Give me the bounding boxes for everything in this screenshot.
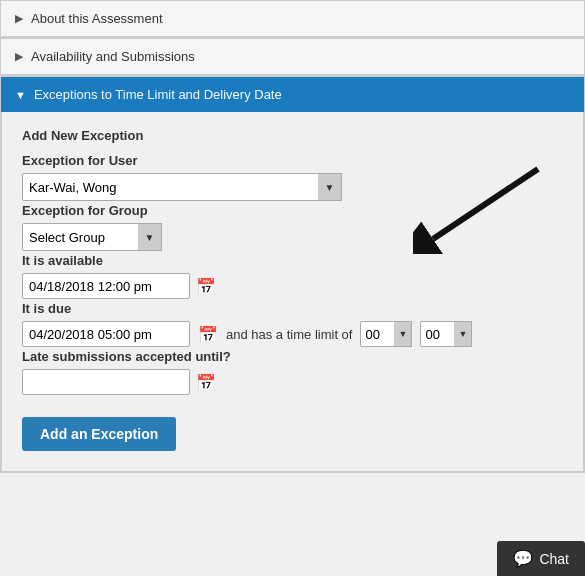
exceptions-body: Add New Exception Exception for User Kar…: [1, 112, 584, 472]
late-input[interactable]: [22, 369, 190, 395]
chat-icon: 💬: [513, 549, 533, 568]
add-exception-button[interactable]: Add an Exception: [22, 417, 176, 451]
section-availability-header[interactable]: ▶ Availability and Submissions: [1, 39, 584, 75]
section-about-header[interactable]: ▶ About this Assessment: [1, 1, 584, 37]
user-select-container: Kar-Wai, Wong ▼: [22, 173, 342, 201]
section-availability-arrow-icon: ▶: [15, 50, 23, 63]
section-about-arrow-icon: ▶: [15, 12, 23, 25]
form-title: Add New Exception: [22, 128, 563, 143]
late-calendar-icon[interactable]: 📅: [196, 373, 216, 392]
due-row: 📅 and has a time limit of 00 01 02 ▼ 00 …: [22, 321, 563, 347]
pointer-arrow: [413, 164, 543, 257]
section-exceptions-arrow-icon: ▼: [15, 89, 26, 101]
section-exceptions-label: Exceptions to Time Limit and Delivery Da…: [34, 87, 282, 102]
section-exceptions: ▼ Exceptions to Time Limit and Delivery …: [0, 76, 585, 473]
group-select-container: Select Group ▼: [22, 223, 162, 251]
svg-line-1: [433, 169, 538, 239]
available-input[interactable]: [22, 273, 190, 299]
chat-widget[interactable]: 💬 Chat: [497, 541, 585, 576]
available-datetime-wrapper: 📅: [22, 273, 563, 299]
group-select[interactable]: Select Group: [22, 223, 162, 251]
section-exceptions-header[interactable]: ▼ Exceptions to Time Limit and Delivery …: [1, 77, 584, 112]
user-select[interactable]: Kar-Wai, Wong: [22, 173, 342, 201]
available-calendar-icon[interactable]: 📅: [196, 277, 216, 296]
section-about-label: About this Assessment: [31, 11, 163, 26]
chat-label: Chat: [539, 551, 569, 567]
due-input[interactable]: [22, 321, 190, 347]
late-label: Late submissions accepted until?: [22, 349, 563, 364]
section-availability: ▶ Availability and Submissions: [0, 38, 585, 76]
time-limit-label: and has a time limit of: [226, 327, 352, 342]
late-datetime-wrapper: 📅: [22, 369, 563, 395]
due-label: It is due: [22, 301, 563, 316]
user-select-wrapper: Kar-Wai, Wong ▼: [22, 173, 342, 201]
minutes-select-wrapper: 00 15 30 45 ▼: [420, 321, 472, 347]
group-select-wrapper: Select Group ▼: [22, 223, 162, 251]
late-field-row: Late submissions accepted until? 📅: [22, 349, 563, 395]
section-about: ▶ About this Assessment: [0, 0, 585, 38]
section-availability-label: Availability and Submissions: [31, 49, 195, 64]
minutes-select[interactable]: 00 15 30 45: [420, 321, 472, 347]
available-field-row: It is available 📅: [22, 253, 563, 299]
hours-select[interactable]: 00 01 02: [360, 321, 412, 347]
hours-select-wrapper: 00 01 02 ▼: [360, 321, 412, 347]
due-field-row: It is due 📅 and has a time limit of 00 0…: [22, 301, 563, 347]
due-calendar-icon[interactable]: 📅: [198, 325, 218, 344]
